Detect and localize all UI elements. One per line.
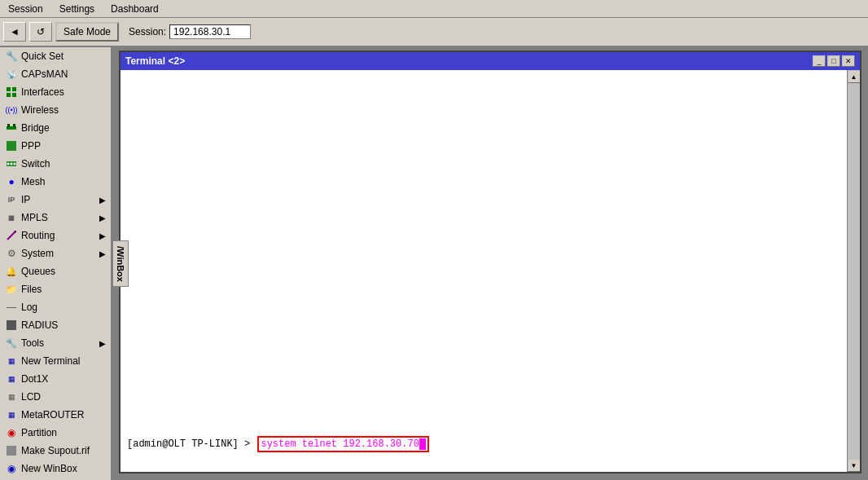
terminal-scrollbar: ▲ ▼ <box>847 70 860 472</box>
terminal-cursor <box>419 438 426 450</box>
tools-icon: 🔧 <box>5 337 18 350</box>
queues-icon: 🔔 <box>5 265 18 278</box>
toolbar: ◄ ↺ Safe Mode Session: 192.168.30.1 <box>0 18 868 47</box>
sidebar-item-lcd[interactable]: ▦ LCD <box>0 388 111 406</box>
quick-set-icon: 🔧 <box>5 50 18 63</box>
sidebar-label-switch: Switch <box>21 158 50 170</box>
command-text: system telnet 192.168.30.70 <box>261 438 419 450</box>
sidebar-item-radius[interactable]: RADIUS <box>0 316 111 334</box>
winbox-label: /WinBox <box>112 240 129 288</box>
new-terminal-icon: ▦ <box>5 354 18 368</box>
sidebar-item-tools[interactable]: 🔧 Tools ▶ <box>0 334 111 352</box>
sidebar-item-switch[interactable]: Switch <box>0 155 111 173</box>
content-area: /WinBox Terminal <2> _ □ ✕ ▲ ▼ <box>112 47 868 480</box>
sidebar-label-dot1x: Dot1X <box>21 373 48 385</box>
terminal-maximize-button[interactable]: □ <box>827 55 840 67</box>
files-icon: 📁 <box>5 283 18 296</box>
menu-bar: Session Settings Dashboard <box>0 0 868 18</box>
command-input-box[interactable]: system telnet 192.168.30.70 <box>257 436 428 452</box>
new-winbox-icon: ◉ <box>5 462 18 475</box>
wireless-icon: ((•)) <box>5 103 18 117</box>
menu-dashboard[interactable]: Dashboard <box>106 2 164 16</box>
sidebar-item-make-supout[interactable]: Make Supout.rif <box>0 442 111 460</box>
svg-rect-13 <box>7 320 16 330</box>
svg-rect-2 <box>7 93 11 97</box>
dot1x-icon: ▦ <box>5 372 18 385</box>
bridge-icon <box>5 121 18 134</box>
safe-mode-button[interactable]: Safe Mode <box>55 22 119 42</box>
sidebar-label-capsman: CAPsMAN <box>21 68 68 80</box>
session-value: 192.168.30.1 <box>169 24 251 39</box>
sidebar-item-routing[interactable]: Routing ▶ <box>0 227 111 244</box>
svg-point-9 <box>7 163 10 165</box>
sidebar-item-dot1x[interactable]: ▦ Dot1X <box>0 370 111 388</box>
sidebar-item-new-terminal[interactable]: ▦ New Terminal <box>0 352 111 370</box>
menu-session[interactable]: Session <box>3 2 48 16</box>
sidebar-label-mesh: Mesh <box>21 176 45 187</box>
terminal-command-area: [admin@OLT TP-LINK] > system telnet 192.… <box>121 433 847 456</box>
mpls-icon: ▦ <box>5 211 18 224</box>
command-prompt: [admin@OLT TP-LINK] > <box>127 438 250 450</box>
sidebar-label-new-winbox: New WinBox <box>21 463 77 474</box>
terminal-close-button[interactable]: ✕ <box>842 55 855 67</box>
refresh-button[interactable]: ↺ <box>29 22 52 42</box>
ip-arrow-icon: ▶ <box>99 196 106 205</box>
routing-arrow-icon: ▶ <box>99 231 106 240</box>
sidebar-label-lcd: LCD <box>21 391 41 403</box>
metarouter-icon: ▦ <box>5 408 18 421</box>
terminal-minimize-button[interactable]: _ <box>813 55 826 67</box>
routing-icon <box>5 229 18 242</box>
sidebar-label-make-supout: Make Supout.rif <box>21 445 90 456</box>
sidebar-item-mpls[interactable]: ▦ MPLS ▶ <box>0 209 111 227</box>
sidebar: 🔧 Quick Set 📡 CAPsMAN Interfaces ((•)) W… <box>0 47 112 480</box>
sidebar-label-bridge: Bridge <box>21 122 50 134</box>
svg-rect-3 <box>12 93 16 97</box>
sidebar-item-system[interactable]: ⚙ System ▶ <box>0 244 111 262</box>
sidebar-item-bridge[interactable]: Bridge <box>0 119 111 137</box>
sidebar-label-quick-set: Quick Set <box>21 51 64 62</box>
sidebar-label-wireless: Wireless <box>21 104 59 116</box>
terminal-controls: _ □ ✕ <box>813 55 855 67</box>
sidebar-label-files: Files <box>21 284 42 295</box>
sidebar-item-quick-set[interactable]: 🔧 Quick Set <box>0 47 111 65</box>
sidebar-item-capsman[interactable]: 📡 CAPsMAN <box>0 65 111 83</box>
sidebar-label-new-terminal: New Terminal <box>21 355 80 367</box>
radius-icon <box>5 319 18 332</box>
sidebar-item-ip[interactable]: IP IP ▶ <box>0 191 111 209</box>
svg-point-11 <box>14 163 16 165</box>
sidebar-item-metarouter[interactable]: ▦ MetaROUTER <box>0 406 111 424</box>
sidebar-label-routing: Routing <box>21 230 55 241</box>
sidebar-item-queues[interactable]: 🔔 Queues <box>0 262 111 280</box>
menu-settings[interactable]: Settings <box>55 2 99 16</box>
terminal-body[interactable]: ▲ ▼ [admin@OLT TP-LINK] > system telnet … <box>121 70 860 472</box>
sidebar-item-mesh[interactable]: ● Mesh <box>0 173 111 191</box>
sidebar-label-mpls: MPLS <box>21 212 48 223</box>
system-icon: ⚙ <box>5 247 18 260</box>
terminal-window: Terminal <2> _ □ ✕ ▲ ▼ [admin@OLT TP-LIN… <box>119 51 861 473</box>
sidebar-item-files[interactable]: 📁 Files <box>0 280 111 298</box>
sidebar-label-tools: Tools <box>21 337 44 349</box>
sidebar-item-wireless[interactable]: ((•)) Wireless <box>0 101 111 119</box>
scrollbar-up-button[interactable]: ▲ <box>848 70 861 83</box>
mesh-icon: ● <box>5 175 18 188</box>
scrollbar-down-button[interactable]: ▼ <box>848 459 861 472</box>
sidebar-item-interfaces[interactable]: Interfaces <box>0 83 111 101</box>
sidebar-label-metarouter: MetaROUTER <box>21 409 84 421</box>
scrollbar-track <box>848 83 860 459</box>
sidebar-item-new-winbox[interactable]: ◉ New WinBox <box>0 460 111 478</box>
sidebar-label-log: Log <box>21 302 37 313</box>
sidebar-item-ppp[interactable]: PPP <box>0 137 111 155</box>
log-icon: — <box>5 301 18 314</box>
sidebar-label-partition: Partition <box>21 427 57 438</box>
ip-icon: IP <box>5 193 18 206</box>
session-label: Session: <box>129 26 166 37</box>
sidebar-item-log[interactable]: — Log <box>0 298 111 316</box>
sidebar-label-system: System <box>21 248 54 259</box>
tools-arrow-icon: ▶ <box>99 339 106 348</box>
back-button[interactable]: ◄ <box>3 22 26 42</box>
switch-icon <box>5 157 18 170</box>
sidebar-item-partition[interactable]: ◉ Partition <box>0 424 111 442</box>
system-arrow-icon: ▶ <box>99 249 106 258</box>
terminal-title: Terminal <2> <box>125 55 185 67</box>
capsman-icon: 📡 <box>5 68 18 81</box>
